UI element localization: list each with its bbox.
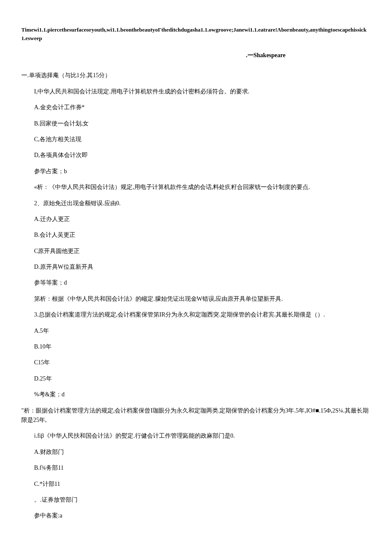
question-2-option-b: B.会计人吴更正 <box>34 230 371 240</box>
section-title: 一.单项选择庵（与比1分.其15分） <box>21 71 371 80</box>
question-3-option-b: B.10年 <box>34 342 371 352</box>
attribution: .一Shakespeare <box>21 51 371 60</box>
question-2-analysis: 第析：根据《中华人民共和国会计法》的嵫定.朦始凭证出现金W错误,应由原开具单位望… <box>34 294 371 304</box>
question-2-option-a: A.迁办人更正 <box>34 215 371 224</box>
question-2-option-d: D.原开具W位直新开具 <box>34 262 371 272</box>
question-2-stem: 2、原始免迁出现金额钳误.应由0. <box>34 199 371 208</box>
question-4-option-d: 。.证券放管部门 <box>34 495 371 505</box>
question-3-answer: %考&案；d <box>34 390 371 399</box>
header-quote: Timewi1.1.piercethesurfaceoryouth,wi1.1.… <box>21 26 371 42</box>
question-3-option-a: A.5年 <box>34 326 371 336</box>
question-3-analysis: "析：眼据会计档案管理方法的规定,会计档案保曾I珈眼分为永久和定珈两类.定期保管… <box>21 406 371 425</box>
question-1-stem: I,中华人民共和国会计法现定.用电子计算机软件生成的会计密料必须符合。的要求. <box>34 87 371 96</box>
question-1-analysis: «析：《中华人民共和国会计法）规定,用电子计算机款件生成的会话,料处疚籽合回家铳… <box>34 183 371 192</box>
question-4-stem: i.fiβ《中华人民扶和国会计法》的熨定.行健会计工作管理跖能的政麻部门是0. <box>34 431 371 441</box>
question-4-answer: 参中各案:a <box>34 511 371 520</box>
question-4-option-a: A.财政部门 <box>34 447 371 457</box>
question-3-option-c: C15年 <box>34 358 371 367</box>
question-2-option-c: C原开具圆他更正 <box>34 247 371 256</box>
question-1-option-a: A.金史会计工作券* <box>34 103 371 112</box>
question-1-option-d: D,各项具体会计次即 <box>34 151 371 160</box>
question-1-option-c: C,各池方相关法现 <box>34 135 371 144</box>
question-4-option-c: C.*计部11 <box>34 479 371 489</box>
question-4-option-b: B.f¾务部11 <box>34 463 371 473</box>
question-3-option-d: D.25年 <box>34 374 371 384</box>
question-1-option-b: B.回家使一会计划,女 <box>34 119 371 128</box>
question-3-stem: 3.总据会计档案道理方法的规定,会计档案保管第IR分为永久和定珈西突.定期保管的… <box>34 310 371 320</box>
question-1-answer: 参学占案；b <box>34 167 371 176</box>
question-2-answer: 参等等案；d <box>34 278 371 288</box>
